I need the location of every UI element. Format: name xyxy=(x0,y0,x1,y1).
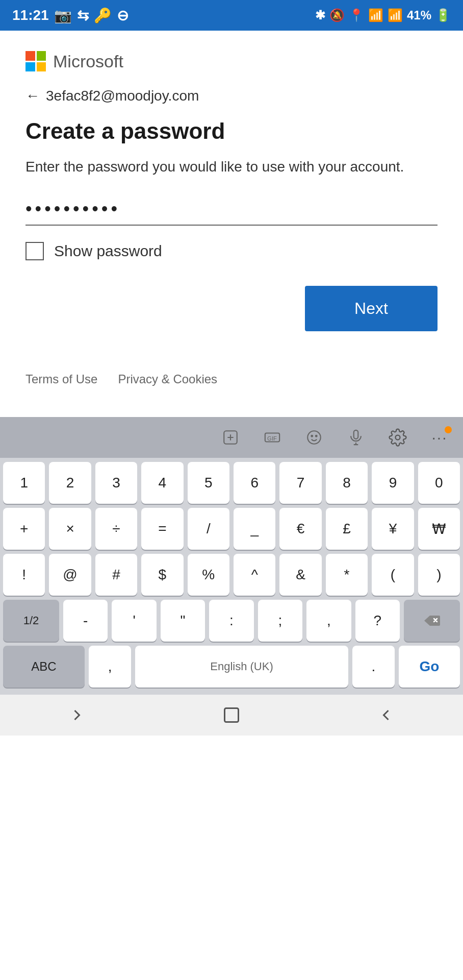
keyboard-rows: 1 2 3 4 5 6 7 8 9 0 + × ÷ = / _ € £ ¥ ₩ … xyxy=(0,458,463,695)
key-lparen[interactable]: ( xyxy=(372,554,414,596)
gif-icon[interactable]: GIF xyxy=(259,424,286,451)
key-9[interactable]: 9 xyxy=(372,462,414,504)
emoji-icon[interactable] xyxy=(301,424,327,451)
key-won[interactable]: ₩ xyxy=(418,508,460,550)
key-exclaim[interactable]: ! xyxy=(3,554,45,596)
key-multiply[interactable]: × xyxy=(49,508,91,550)
keyboard-row-symbols2: ! @ # $ % ^ & * ( ) xyxy=(3,554,460,596)
key-yen[interactable]: ¥ xyxy=(372,508,414,550)
status-bar: 11:21 📷 ⇆ 🔑 ⊖ ✱ 🔕 📍 📶 📶 41% 🔋 xyxy=(0,0,463,31)
key-percent[interactable]: % xyxy=(188,554,229,596)
key-5[interactable]: 5 xyxy=(188,462,229,504)
svg-point-7 xyxy=(396,435,400,440)
key-12[interactable]: 1/2 xyxy=(3,600,59,642)
nav-back-button[interactable] xyxy=(0,695,155,736)
key-hash[interactable]: # xyxy=(95,554,137,596)
keyboard-toolbar: GIF ··· xyxy=(0,417,463,458)
settings-icon[interactable] xyxy=(384,424,411,451)
ms-logo-red xyxy=(25,51,35,61)
key-underscore[interactable]: _ xyxy=(234,508,275,550)
back-navigation[interactable]: ← 3efac8f2@moodjoy.com xyxy=(25,88,438,104)
backspace-key[interactable] xyxy=(404,600,460,642)
keyboard-row-symbols1: + × ÷ = / _ € £ ¥ ₩ xyxy=(3,508,460,550)
ms-logo-blue xyxy=(25,62,35,72)
key-6[interactable]: 6 xyxy=(234,462,275,504)
ms-logo-yellow xyxy=(37,62,46,72)
key-euro[interactable]: € xyxy=(279,508,321,550)
back-arrow-icon[interactable]: ← xyxy=(25,88,40,104)
nav-recents-button[interactable] xyxy=(308,695,463,736)
key-3[interactable]: 3 xyxy=(95,462,137,504)
go-key[interactable]: Go xyxy=(399,646,460,688)
key-plus[interactable]: + xyxy=(3,508,45,550)
svg-point-3 xyxy=(307,431,321,444)
key-caret[interactable]: ^ xyxy=(234,554,275,596)
key-apostrophe[interactable]: ' xyxy=(112,600,156,642)
ms-logo-text: Microsoft xyxy=(53,52,123,71)
ms-logo-grid xyxy=(25,51,46,71)
notification-dot xyxy=(445,426,452,433)
key-semicolon[interactable]: ; xyxy=(258,600,302,642)
key-divide[interactable]: ÷ xyxy=(95,508,137,550)
bluetooth-icon: ✱ xyxy=(315,8,325,22)
key-colon[interactable]: : xyxy=(209,600,253,642)
status-right: ✱ 🔕 📍 📶 📶 41% 🔋 xyxy=(315,8,451,22)
key-dash[interactable]: - xyxy=(63,600,108,642)
key-comma2[interactable]: , xyxy=(306,600,351,642)
status-left: 11:21 📷 ⇆ 🔑 ⊖ xyxy=(12,7,128,24)
main-content: Microsoft ← 3efac8f2@moodjoy.com Create … xyxy=(0,31,463,417)
keyboard-area: GIF ··· 1 2 3 4 5 6 7 8 9 0 xyxy=(0,417,463,695)
key-question[interactable]: ? xyxy=(355,600,400,642)
key-1[interactable]: 1 xyxy=(3,462,45,504)
show-password-label[interactable]: Show password xyxy=(54,242,162,260)
next-button[interactable]: Next xyxy=(305,286,438,331)
mic-icon[interactable] xyxy=(343,424,369,451)
svg-point-5 xyxy=(316,435,317,437)
key-equals[interactable]: = xyxy=(141,508,183,550)
key-8[interactable]: 8 xyxy=(326,462,368,504)
battery-display: 41% xyxy=(407,8,431,22)
key-rparen[interactable]: ) xyxy=(418,554,460,596)
screen-record-icon: 📷 xyxy=(54,7,72,24)
wifi-strength-icon: 📶 xyxy=(368,8,383,22)
password-input[interactable] xyxy=(25,198,438,226)
key-period[interactable]: . xyxy=(352,646,395,688)
key-abc[interactable]: ABC xyxy=(3,646,85,688)
privacy-cookies-link[interactable]: Privacy & Cookies xyxy=(118,372,217,386)
svg-rect-8 xyxy=(225,708,239,722)
wifi-icon: ⇆ xyxy=(77,7,89,24)
key-slash[interactable]: / xyxy=(188,508,229,550)
show-password-row[interactable]: Show password xyxy=(25,242,438,260)
key-dollar[interactable]: $ xyxy=(141,554,183,596)
svg-rect-6 xyxy=(354,430,358,439)
location-icon: 📍 xyxy=(349,8,364,22)
form-description: Enter the password you would like to use… xyxy=(25,156,438,178)
nav-home-button[interactable] xyxy=(155,695,309,736)
account-email: 3efac8f2@moodjoy.com xyxy=(46,88,199,104)
keyboard-row-bottom: ABC , English (UK) . Go xyxy=(3,646,460,688)
key-ampersand[interactable]: & xyxy=(279,554,321,596)
minus-icon: ⊖ xyxy=(117,7,128,24)
keyboard-row-misc: 1/2 - ' " : ; , ? xyxy=(3,600,460,642)
key-comma-bottom[interactable]: , xyxy=(89,646,131,688)
key-4[interactable]: 4 xyxy=(141,462,183,504)
key-7[interactable]: 7 xyxy=(279,462,321,504)
show-password-checkbox[interactable] xyxy=(25,242,44,260)
terms-of-use-link[interactable]: Terms of Use xyxy=(25,372,97,386)
key-asterisk[interactable]: * xyxy=(326,554,368,596)
key-0[interactable]: 0 xyxy=(418,462,460,504)
key-at[interactable]: @ xyxy=(49,554,91,596)
battery-icon: 🔋 xyxy=(435,8,451,22)
key-2[interactable]: 2 xyxy=(49,462,91,504)
key-icon: 🔑 xyxy=(94,7,112,24)
key-pound[interactable]: £ xyxy=(326,508,368,550)
sticker-icon[interactable] xyxy=(217,424,244,451)
space-key[interactable]: English (UK) xyxy=(135,646,348,688)
microsoft-logo: Microsoft xyxy=(25,51,438,71)
ms-logo-green xyxy=(37,51,46,61)
page-title: Create a password xyxy=(25,118,438,144)
svg-text:GIF: GIF xyxy=(267,435,277,442)
keyboard-row-numbers: 1 2 3 4 5 6 7 8 9 0 xyxy=(3,462,460,504)
key-quote[interactable]: " xyxy=(161,600,205,642)
more-options-icon[interactable]: ··· xyxy=(426,424,453,451)
